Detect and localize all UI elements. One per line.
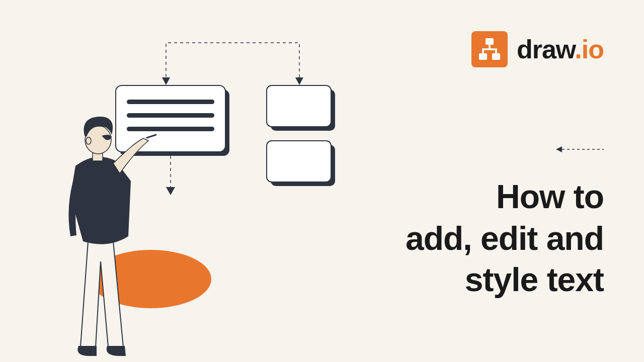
svg-rect-11 [127, 127, 214, 131]
svg-rect-2 [492, 53, 500, 60]
logo-wordmark: draw.io [517, 34, 604, 64]
svg-rect-15 [267, 141, 331, 182]
logo-icon [471, 31, 508, 67]
svg-rect-13 [267, 85, 331, 127]
logo-text-suffix: .io [575, 35, 604, 64]
svg-rect-8 [116, 85, 225, 152]
svg-marker-4 [556, 146, 562, 152]
title-line-3: style text [406, 259, 604, 301]
svg-marker-6 [295, 77, 303, 85]
brand-logo: draw.io [471, 31, 604, 67]
svg-point-21 [86, 137, 91, 144]
svg-rect-0 [486, 38, 494, 45]
svg-marker-17 [166, 187, 175, 195]
svg-rect-10 [127, 113, 214, 118]
diagram-card-small-1 [267, 85, 335, 131]
title-line-2: add, edit and [406, 218, 604, 259]
page-title: How to add, edit and style text [406, 176, 604, 301]
svg-rect-1 [479, 53, 487, 60]
svg-rect-9 [127, 100, 214, 104]
diagram-card-small-2 [267, 141, 335, 186]
decorative-arrow-left-icon [556, 146, 604, 153]
title-line-1: How to [406, 176, 604, 218]
logo-text-prefix: draw [517, 35, 575, 64]
hero-illustration [30, 25, 352, 357]
svg-marker-5 [162, 77, 170, 85]
